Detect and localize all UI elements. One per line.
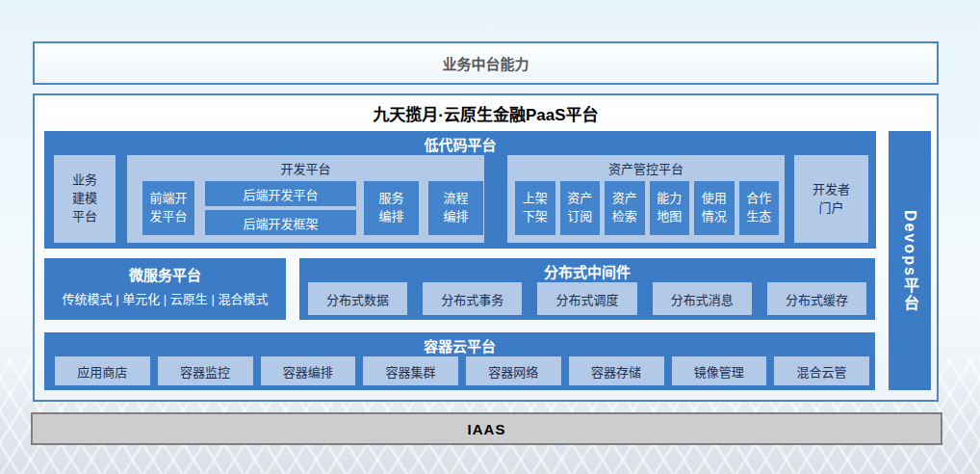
container-item-storage: 容器存储 [569, 356, 664, 385]
paas-platform-title: 九天揽月·云原生金融PaaS平台 [35, 101, 937, 125]
asset-item-subscription: 资产 订阅 [560, 181, 601, 235]
distributed-middleware-title: 分布式中间件 [299, 261, 875, 281]
container-cloud-title: 容器云平台 [44, 335, 875, 356]
asset-item-ecosystem: 合作 生态 [739, 181, 780, 235]
middleware-item-transaction: 分布式事务 [423, 282, 522, 315]
asset-item-onoff-shelf: 上架 下架 [515, 181, 555, 235]
microservice-platform-title: 微服务平台 [44, 264, 286, 284]
devops-platform-strip: Devops平台 [889, 131, 931, 390]
asset-item-search: 资产 检索 [605, 181, 645, 235]
developer-portal-box: 开发者 门户 [794, 155, 868, 243]
dev-platform-title: 开发平台 [127, 159, 484, 177]
container-item-monitoring: 容器监控 [158, 356, 253, 385]
middleware-item-data: 分布式数据 [308, 282, 407, 315]
distributed-middleware-section: 分布式中间件 分布式数据 分布式事务 分布式调度 分布式消息 分布式缓存 [299, 258, 875, 320]
paas-platform-container: 九天揽月·云原生金融PaaS平台 低代码平台 业务 建模 平台 开发平台 前端开… [33, 93, 939, 402]
middleware-item-cache: 分布式缓存 [767, 282, 866, 315]
business-midplatform-label: 业务中台能力 [442, 53, 529, 73]
backend-platform-box: 后端开发平台 [205, 181, 356, 206]
container-item-image-mgmt: 镜像管理 [672, 356, 767, 385]
middleware-item-scheduling: 分布式调度 [537, 282, 636, 315]
iaas-bar: IAAS [31, 412, 942, 445]
frontend-dev-box: 前端开 发平台 [142, 181, 194, 235]
asset-control-title: 资产管控平台 [507, 159, 785, 177]
container-item-cluster: 容器集群 [363, 356, 458, 385]
process-orchestration-box: 流程 编排 [428, 181, 483, 235]
middleware-item-messaging: 分布式消息 [653, 282, 752, 315]
container-item-orchestration: 容器编排 [261, 356, 356, 385]
container-cloud-section: 容器云平台 应用商店 容器监控 容器编排 容器集群 容器网络 容器存储 镜像管理… [44, 332, 875, 390]
container-item-network: 容器网络 [466, 356, 561, 385]
microservice-modes: 传统模式 | 单元化 | 云原生 | 混合模式 [44, 289, 286, 307]
microservice-platform-section: 微服务平台 传统模式 | 单元化 | 云原生 | 混合模式 [44, 258, 286, 320]
architecture-diagram: 业务中台能力 九天揽月·云原生金融PaaS平台 低代码平台 业务 建模 平台 开… [0, 0, 980, 474]
service-orchestration-box: 服务 编排 [364, 181, 419, 235]
asset-item-usage: 使用 情况 [694, 181, 735, 235]
lowcode-platform-section: 低代码平台 业务 建模 平台 开发平台 前端开 发平台 后端开发平台 后端开发框… [44, 131, 876, 249]
middleware-items-row: 分布式数据 分布式事务 分布式调度 分布式消息 分布式缓存 [308, 282, 866, 315]
backend-stack: 后端开发平台 后端开发框架 [205, 181, 356, 235]
asset-item-capability-map: 能力 地图 [650, 181, 690, 235]
asset-items-row: 上架 下架 资产 订阅 资产 检索 能力 地图 使用 情况 合作 生态 [515, 181, 779, 235]
container-item-hybrid-cloud: 混合云管 [774, 356, 869, 385]
lowcode-platform-title: 低代码平台 [44, 134, 876, 154]
asset-control-panel: 资产管控平台 上架 下架 资产 订阅 资产 检索 能力 地图 使用 情况 合作 … [507, 155, 785, 243]
container-items-row: 应用商店 容器监控 容器编排 容器集群 容器网络 容器存储 镜像管理 混合云管 [55, 356, 869, 385]
backend-framework-box: 后端开发框架 [205, 210, 356, 235]
dev-platform-panel: 开发平台 前端开 发平台 后端开发平台 后端开发框架 服务 编排 流程 编排 [127, 155, 484, 243]
business-modeling-box: 业务 建模 平台 [54, 155, 116, 243]
container-item-app-store: 应用商店 [55, 356, 150, 385]
business-midplatform-banner: 业务中台能力 [33, 41, 939, 85]
